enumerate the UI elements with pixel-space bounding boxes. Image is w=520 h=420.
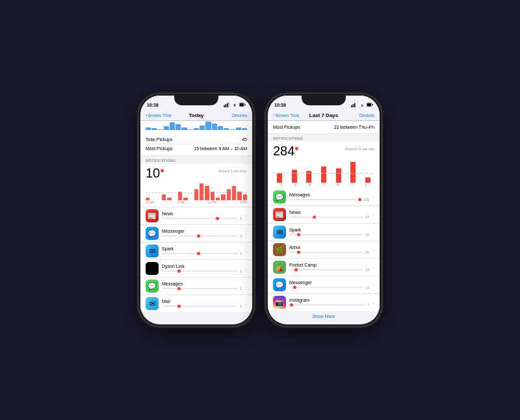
weekly-bar	[336, 168, 341, 183]
app-row[interactable]: 📰News3›	[140, 207, 252, 225]
app-row[interactable]: 📰News47›	[268, 206, 380, 224]
app-row[interactable]: 📷Instagram7›	[268, 294, 380, 311]
battery-icon	[239, 102, 246, 107]
app-chevron: ›	[245, 248, 247, 254]
svg-rect-1	[226, 104, 227, 107]
svg-rect-2	[227, 103, 228, 107]
app-chevron: ›	[372, 194, 374, 200]
app-info: Messenger13	[289, 280, 369, 289]
mini-bar	[200, 183, 203, 200]
app-bar-track	[162, 218, 238, 219]
app-row[interactable]: 💬Messenger2›	[140, 225, 252, 243]
pickup-bar	[236, 127, 241, 130]
app-bar-fill	[289, 287, 296, 288]
app-row[interactable]: ✉Spark20›	[268, 224, 380, 241]
app-bar-row: 1	[162, 287, 242, 291]
chart-label-2: 12 PM	[208, 201, 216, 204]
nav-devices-1[interactable]: Devices	[232, 113, 247, 118]
app-info: Arbor20	[289, 245, 369, 254]
status-icons-1	[224, 102, 246, 107]
app-icon-messages: 💬	[146, 280, 159, 293]
app-row[interactable]: 💬Messages131›	[268, 189, 380, 206]
app-row[interactable]: 💬Messages1›	[140, 278, 252, 295]
app-bar-fill	[162, 270, 181, 272]
app-chevron: ›	[245, 301, 247, 307]
weekly-bar-group	[361, 177, 374, 183]
app-row[interactable]: ✉Mail1›	[140, 295, 252, 312]
pickup-chart-1	[140, 121, 252, 133]
mini-bar	[216, 198, 220, 200]
phone-1: 10:38	[138, 94, 254, 326]
app-bar-fill	[162, 235, 200, 237]
app-bar-fill	[289, 252, 300, 253]
app-info: News47	[289, 210, 369, 219]
svg-rect-8	[351, 105, 352, 107]
nav-bar-1: ‹ Screen Time Today Devices	[140, 111, 252, 121]
stat-label-total: Total Pickups	[146, 137, 172, 142]
app-bar-track	[289, 304, 365, 306]
weekly-label: S	[289, 183, 303, 187]
mini-bar	[194, 189, 198, 200]
weekly-label: F	[359, 183, 373, 187]
app-count: 2	[240, 252, 242, 256]
status-time-2: 10:38	[274, 103, 286, 107]
app-name: Messenger	[289, 280, 369, 285]
pickup-label: Most Pickups	[273, 125, 300, 129]
app-count: 7	[367, 303, 369, 307]
app-bar-row: 20	[289, 233, 369, 237]
notif-count-1: 10	[146, 166, 164, 179]
pickup-bar	[218, 126, 223, 130]
app-bar-track	[162, 270, 238, 272]
stats-section-1: Total Pickups 45 Most Pickups 15 between…	[140, 133, 252, 156]
pickup-bar	[229, 129, 235, 130]
app-name: Messages	[289, 192, 369, 197]
app-bar-row: 2	[162, 252, 242, 256]
mini-chart-1: 12 AM 6 AM 12 PM 6 PM	[140, 181, 252, 207]
app-icon-messages: 💬	[273, 190, 286, 203]
app-row[interactable]: ⛺Pocket Camp15›	[268, 259, 380, 276]
app-count: 3	[240, 217, 242, 220]
weekly-label: W	[331, 183, 345, 187]
nav-title-1: Today	[189, 112, 204, 118]
app-count: 131	[363, 198, 369, 202]
mini-bar	[211, 192, 214, 200]
app-chevron: ›	[372, 247, 374, 253]
app-info: Messenger2	[162, 229, 242, 238]
nav-back-1[interactable]: ‹ Screen Time	[146, 113, 172, 118]
app-chevron: ›	[372, 212, 374, 218]
nav-bar-2: ‹ Screen Time Last 7 Days Devices	[268, 111, 380, 121]
app-icon-mail: ✉	[146, 297, 159, 310]
mini-bar	[162, 194, 166, 200]
mini-bar	[232, 186, 236, 200]
pickups-row-2: Most Pickups 22 between Thu–Fri	[268, 121, 380, 134]
show-more[interactable]: Show More	[268, 311, 380, 322]
app-name: Dyson Link	[162, 264, 242, 269]
pickup-bar	[170, 122, 175, 130]
app-bar-dot	[297, 233, 300, 237]
svg-rect-10	[354, 103, 356, 107]
app-row[interactable]: DDyson Link1›	[140, 260, 252, 278]
weekly-bar	[321, 166, 326, 183]
app-row[interactable]: ✉Spark2›	[140, 243, 252, 260]
app-icon-dyson: D	[146, 262, 159, 275]
app-bar-row: 3	[162, 217, 242, 220]
app-count: 20	[365, 233, 369, 237]
app-bar-track	[162, 288, 238, 289]
app-bar-dot	[290, 304, 293, 307]
app-icon-messenger: 💬	[273, 278, 286, 291]
nav-back-2[interactable]: ‹ Screen Time	[273, 113, 299, 118]
app-bar-dot	[177, 287, 181, 291]
nav-devices-2[interactable]: Devices	[359, 113, 374, 118]
app-row[interactable]: 🌿Arbor20›	[268, 241, 380, 259]
app-info: Mail1	[162, 299, 242, 308]
wifi-icon	[231, 102, 238, 107]
app-row[interactable]: 💬Messenger13›	[268, 276, 380, 294]
notch-2	[302, 94, 346, 105]
status-icons-2	[351, 102, 373, 107]
app-count: 1	[240, 269, 242, 273]
app-list-2: 💬Messages131›📰News47›✉Spark20›🌿Arbor20›⛺…	[268, 189, 380, 311]
app-count: 13	[365, 285, 369, 289]
signal-icon	[224, 102, 230, 107]
app-info: Pocket Camp15	[289, 263, 369, 272]
pickup-bar	[200, 125, 205, 130]
